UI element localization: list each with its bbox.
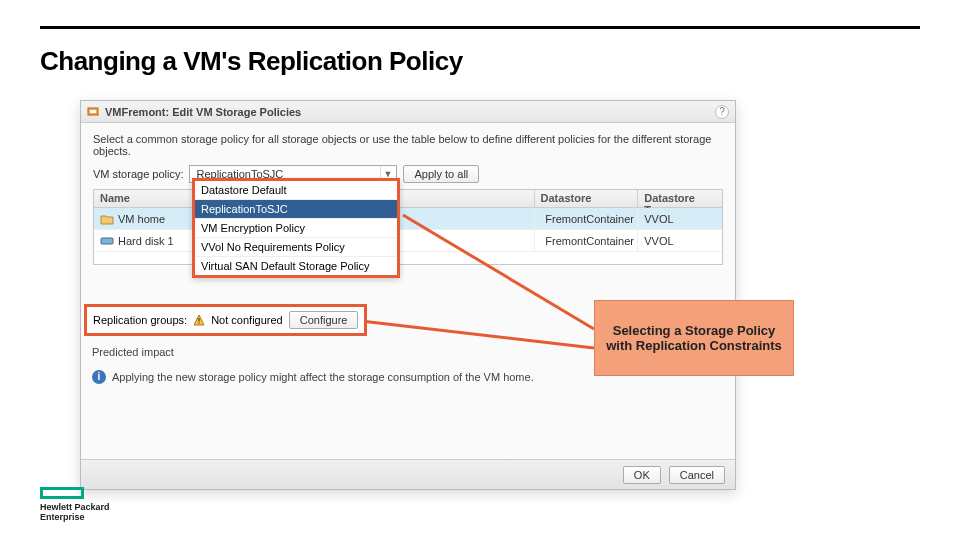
edit-storage-policies-dialog: VMFremont: Edit VM Storage Policies ? Se…: [80, 100, 736, 490]
warning-icon: [193, 314, 205, 326]
info-icon: i: [92, 370, 106, 384]
dropdown-option[interactable]: Virtual SAN Default Storage Policy: [195, 257, 397, 275]
row-dstype: VVOL: [644, 235, 673, 247]
apply-to-all-button[interactable]: Apply to all: [403, 165, 479, 183]
impact-info-row: i Applying the new storage policy might …: [92, 370, 534, 384]
help-icon[interactable]: ?: [715, 105, 729, 119]
dialog-footer: OK Cancel: [81, 459, 735, 489]
table-row[interactable]: VM home ▼ FremontContainer VVOL: [94, 208, 722, 230]
storage-policy-label: VM storage policy:: [93, 168, 183, 180]
replication-groups-status: Not configured: [211, 314, 283, 326]
cancel-button[interactable]: Cancel: [669, 466, 725, 484]
configure-button[interactable]: Configure: [289, 311, 359, 329]
storage-policy-dropdown-open: Datastore Default ReplicationToSJC VM En…: [192, 178, 400, 278]
storage-policy-row: VM storage policy: ReplicationToSJC ▼ Ap…: [93, 165, 723, 183]
svg-rect-6: [199, 322, 200, 323]
hpe-logo: Hewlett Packard Enterprise: [40, 487, 110, 522]
dropdown-option[interactable]: VVol No Requirements Policy: [195, 238, 397, 257]
svg-rect-5: [199, 318, 200, 322]
row-name: VM home: [118, 213, 165, 225]
hpe-logo-bar: [40, 487, 84, 499]
predicted-impact-label: Predicted impact: [92, 346, 174, 358]
row-dstype: VVOL: [644, 213, 673, 225]
replication-groups-label: Replication groups:: [93, 314, 187, 326]
disk-icon: [100, 235, 114, 247]
impact-text: Applying the new storage policy might af…: [112, 371, 534, 383]
dropdown-option[interactable]: ReplicationToSJC: [195, 200, 397, 219]
slide-top-rule: [40, 26, 920, 29]
hpe-logo-line2: Enterprise: [40, 513, 110, 522]
dropdown-option[interactable]: VM Encryption Policy: [195, 219, 397, 238]
callout-box: Selecting a Storage Policy with Replicat…: [594, 300, 794, 376]
callout-text: Selecting a Storage Policy with Replicat…: [599, 323, 789, 353]
row-datastore: FremontContainer: [545, 213, 634, 225]
table-row[interactable]: Hard disk 1 ▼ FremontContainer VVOL: [94, 230, 722, 252]
dialog-title: VMFremont: Edit VM Storage Policies: [105, 106, 709, 118]
svg-rect-3: [101, 238, 113, 244]
replication-groups-box: Replication groups: Not configured Confi…: [84, 304, 367, 336]
svg-rect-1: [90, 110, 96, 113]
folder-icon: [100, 213, 114, 225]
dropdown-option[interactable]: Datastore Default: [195, 181, 397, 200]
row-datastore: FremontContainer: [545, 235, 634, 247]
storage-objects-table: Name Datastore Datastore Type VM home ▼: [93, 189, 723, 265]
ok-button[interactable]: OK: [623, 466, 661, 484]
table-header: Name Datastore Datastore Type: [94, 190, 722, 208]
vm-icon: [87, 106, 99, 118]
col-datastore-header: Datastore: [535, 190, 639, 207]
col-dstype-header: Datastore Type: [638, 190, 722, 207]
dialog-titlebar: VMFremont: Edit VM Storage Policies ?: [81, 101, 735, 123]
slide-title: Changing a VM's Replication Policy: [40, 46, 463, 77]
row-name: Hard disk 1: [118, 235, 174, 247]
dialog-instructions: Select a common storage policy for all s…: [93, 133, 723, 157]
